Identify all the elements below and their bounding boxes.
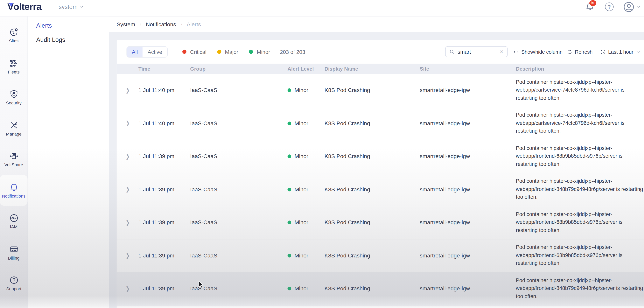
alert-row[interactable]: ❯1 Jul 11:39 pmIaaS-CaaSMinorK8S Pod Cra… (117, 239, 644, 272)
cell-display-name: K8S Pod Crashing (324, 252, 420, 258)
cell-alert-level: Minor (288, 120, 324, 126)
fleet-icon (9, 58, 19, 68)
column-settings-icon (513, 49, 519, 55)
sidebar-item-label: Manage (6, 131, 22, 136)
sidebar-item-iam[interactable]: IAM (0, 206, 28, 237)
cell-group: IaaS-CaaS (190, 120, 288, 126)
severity-legend: CriticalMajorMinor (182, 48, 270, 55)
alert-row[interactable]: ❯1 Jul 11:39 pmIaaS-CaaSMinorK8S Pod Cra… (117, 206, 644, 239)
sidebar-item-notifications[interactable]: Notifications (0, 175, 28, 206)
show-hide-column-button[interactable]: Show/hide column (513, 49, 562, 55)
sidebar-item-security[interactable]: Security (0, 82, 28, 112)
cell-group: IaaS-CaaS (190, 252, 288, 258)
sidebar-item-fleets[interactable]: Fleets (0, 51, 28, 82)
avatar-icon (624, 1, 634, 12)
logo-triangle-icon (9, 3, 13, 6)
sidebar-item-label: Security (6, 100, 22, 105)
cell-site: smartretail-edge-igw (420, 120, 516, 126)
alert-row[interactable]: ❯1 Jul 11:39 pmIaaS-CaaSMinorK8S Pod Cra… (117, 173, 644, 206)
cell-site: smartretail-edge-igw (420, 252, 516, 258)
time-range-selector[interactable]: Last 1 hour (600, 49, 639, 55)
key-icon (9, 213, 19, 223)
volterra-console: Volterra system 9+ ? (0, 0, 644, 308)
sub-sidebar: AlertsAudit Logs (28, 16, 109, 308)
help-button[interactable]: ? (605, 2, 614, 11)
minor-dot-icon (288, 287, 291, 290)
search-box: ✕ (445, 46, 508, 57)
cell-display-name: K8S Pod Crashing (324, 186, 420, 192)
tenant-selector[interactable]: system (59, 4, 82, 10)
expand-chevron-icon[interactable]: ❯ (124, 252, 138, 259)
alert-row[interactable]: ❯1 Jul 11:40 pmIaaS-CaaSMinorK8S Pod Cra… (117, 74, 644, 107)
column-header-display-name[interactable]: Display Name (324, 66, 420, 72)
breadcrumb-separator: › (180, 22, 182, 27)
cell-site: smartretail-edge-igw (420, 286, 516, 292)
expand-chevron-icon[interactable]: ❯ (124, 285, 138, 292)
chevron-down-icon (637, 5, 640, 8)
cell-display-name: K8S Pod Crashing (324, 87, 420, 93)
sidebar-item-billing[interactable]: Billing (0, 237, 28, 268)
volterra-logo[interactable]: Volterra (8, 1, 42, 12)
cell-description: Pod container hipster-co-xijddjxp--hipst… (516, 144, 644, 168)
alerts-toolbar: All Active CriticalMajorMinor 203 of 203 (117, 40, 644, 64)
chevron-down-icon (80, 5, 83, 8)
alert-row[interactable]: ❯1 Jul 11:39 pmIaaS-CaaSMinorK8S Pod Cra… (117, 140, 644, 173)
alerts-card: All Active CriticalMajorMinor 203 of 203 (117, 40, 644, 308)
expand-chevron-icon[interactable]: ❯ (124, 219, 138, 226)
legend-minor[interactable]: Minor (249, 48, 270, 55)
expand-chevron-icon[interactable]: ❯ (124, 186, 138, 193)
refresh-icon (566, 49, 572, 55)
major-dot-icon (217, 50, 221, 54)
subnav-item-alerts[interactable]: Alerts (28, 18, 109, 32)
legend-major[interactable]: Major (217, 48, 238, 55)
column-header-description[interactable]: Description (516, 66, 644, 72)
chevron-down-icon (636, 50, 640, 53)
time-range-label: Last 1 hour (608, 49, 633, 55)
sidebar-item-support[interactable]: Support (0, 268, 28, 299)
subnav-item-audit-logs[interactable]: Audit Logs (28, 32, 109, 47)
column-header-site[interactable]: Site (420, 66, 516, 72)
column-header-group[interactable]: Group (190, 66, 288, 72)
expand-chevron-icon[interactable]: ❯ (124, 87, 138, 94)
sidebar-item-manage[interactable]: Manage (0, 113, 28, 144)
filter-active-button[interactable]: Active (143, 47, 167, 57)
user-menu[interactable] (624, 1, 639, 12)
cell-time: 1 Jul 11:39 pm (138, 286, 190, 292)
cell-alert-level: Minor (288, 252, 324, 258)
breadcrumb-item[interactable]: System (117, 21, 135, 28)
cell-description: Pod container hipster-co-xijddjxp--hipst… (516, 111, 644, 135)
sidebar-item-voltshare[interactable]: VoltShare (0, 144, 28, 174)
notifications-bell-button[interactable]: 9+ (585, 2, 595, 12)
legend-label: Critical (190, 48, 206, 55)
expand-chevron-icon[interactable]: ❯ (124, 153, 138, 160)
minor-dot-icon (288, 122, 291, 125)
show-hide-column-label: Show/hide column (521, 49, 562, 55)
cell-description: Pod container hipster-co-xijddjxp--hipst… (516, 210, 644, 235)
alert-row[interactable]: ❯1 Jul 11:40 pmIaaS-CaaSMinorK8S Pod Cra… (117, 107, 644, 140)
clear-search-icon[interactable]: ✕ (499, 49, 504, 55)
cell-group: IaaS-CaaS (190, 286, 288, 292)
minor-dot-icon (288, 221, 291, 224)
legend-label: Minor (257, 48, 270, 55)
cell-description: Pod container hipster-co-xijddjxp--hipst… (516, 277, 644, 301)
search-icon (449, 49, 454, 54)
filter-all-button[interactable]: All (127, 47, 143, 57)
column-header-time[interactable]: Time (138, 66, 190, 72)
legend-critical[interactable]: Critical (182, 48, 206, 55)
share-lock-icon (9, 151, 19, 161)
content-area: All Active CriticalMajorMinor 203 of 203 (109, 32, 644, 308)
credit-card-icon (9, 244, 19, 254)
refresh-button[interactable]: Refresh (566, 49, 592, 55)
notification-badge: 9+ (589, 0, 596, 6)
sidebar-item-label: Fleets (8, 69, 20, 74)
cell-time: 1 Jul 11:39 pm (138, 153, 190, 160)
column-header-alert-level[interactable]: Alert Level (288, 66, 324, 72)
cell-time: 1 Jul 11:39 pm (138, 252, 190, 258)
expand-chevron-icon[interactable]: ❯ (124, 120, 138, 126)
breadcrumb-item[interactable]: Notifications (146, 21, 176, 28)
search-input[interactable] (458, 48, 496, 55)
alert-row[interactable]: ❯1 Jul 11:39 pmIaaS-CaaSMinorK8S Pod Cra… (117, 272, 644, 305)
sidebar-item-sites[interactable]: Sites (0, 20, 28, 50)
question-icon: ? (608, 4, 611, 10)
filter-segmented-control: All Active (126, 46, 168, 57)
